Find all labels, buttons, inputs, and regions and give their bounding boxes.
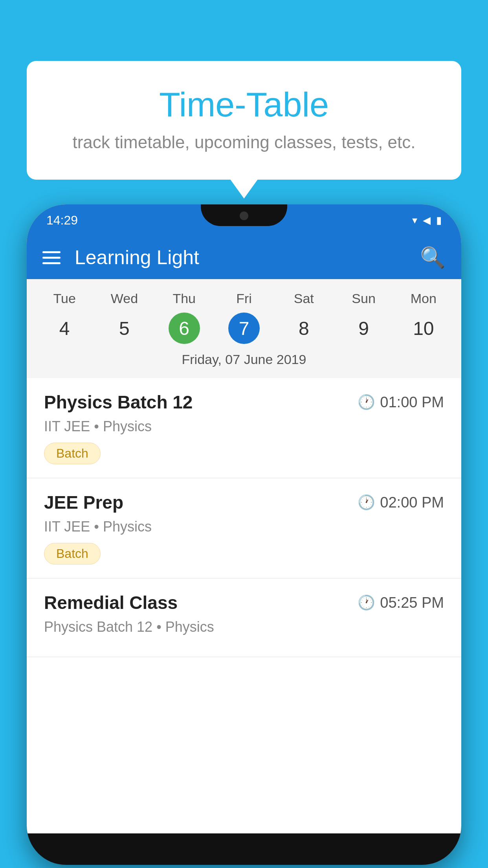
front-camera (240, 211, 248, 220)
item-title: JEE Prep (44, 492, 123, 513)
day-number: 6 (169, 313, 200, 344)
item-title: Remedial Class (44, 592, 178, 613)
item-header: JEE Prep🕐02:00 PM (44, 492, 444, 513)
time-text: 02:00 PM (380, 494, 444, 511)
app-bar: Learning Light 🔍 (27, 236, 461, 279)
batch-tag: Batch (44, 543, 101, 565)
day-cell-sat[interactable]: Sat8 (274, 291, 334, 344)
item-header: Remedial Class🕐05:25 PM (44, 592, 444, 613)
clock-icon: 🕐 (358, 494, 375, 511)
schedule-item[interactable]: JEE Prep🕐02:00 PMIIT JEE • PhysicsBatch (27, 478, 461, 579)
day-cell-sun[interactable]: Sun9 (334, 291, 393, 344)
search-icon[interactable]: 🔍 (420, 246, 446, 270)
item-subtitle: Physics Batch 12 • Physics (44, 619, 444, 635)
schedule-item[interactable]: Physics Batch 12🕐01:00 PMIIT JEE • Physi… (27, 378, 461, 478)
hamburger-menu-icon[interactable] (42, 251, 61, 264)
schedule-content: Physics Batch 12🕐01:00 PMIIT JEE • Physi… (27, 378, 461, 657)
day-number: 7 (228, 313, 260, 344)
item-subtitle: IIT JEE • Physics (44, 519, 444, 535)
day-cell-tue[interactable]: Tue4 (35, 291, 94, 344)
status-icons: ▾ ◀ ▮ (412, 214, 442, 226)
tooltip-subtitle: track timetable, upcoming classes, tests… (54, 132, 434, 152)
day-name: Wed (111, 291, 138, 306)
phone-screen: 14:29 ▾ ◀ ▮ Learning Light 🔍 Tue4Wed5Thu… (27, 204, 461, 833)
battery-icon: ▮ (436, 214, 442, 226)
status-bar: 14:29 ▾ ◀ ▮ (27, 204, 461, 236)
phone-frame: 14:29 ▾ ◀ ▮ Learning Light 🔍 Tue4Wed5Thu… (27, 204, 461, 865)
signal-icon: ◀ (423, 214, 431, 226)
time-text: 05:25 PM (380, 594, 444, 611)
item-subtitle: IIT JEE • Physics (44, 418, 444, 435)
day-number: 10 (408, 313, 439, 344)
day-name: Sun (352, 291, 376, 306)
day-cell-wed[interactable]: Wed5 (94, 291, 154, 344)
day-number: 9 (348, 313, 380, 344)
batch-tag: Batch (44, 443, 101, 464)
day-number: 8 (288, 313, 319, 344)
clock-icon: 🕐 (358, 394, 375, 410)
day-name: Thu (172, 291, 196, 306)
day-cell-fri[interactable]: Fri7 (214, 291, 274, 344)
item-time: 🕐05:25 PM (358, 594, 444, 611)
time-text: 01:00 PM (380, 394, 444, 411)
day-cell-thu[interactable]: Thu6 (154, 291, 214, 344)
schedule-item[interactable]: Remedial Class🕐05:25 PMPhysics Batch 12 … (27, 579, 461, 657)
status-time: 14:29 (46, 213, 78, 228)
day-name: Mon (411, 291, 437, 306)
day-number: 4 (49, 313, 80, 344)
day-name: Fri (236, 291, 252, 306)
day-number: 5 (108, 313, 140, 344)
clock-icon: 🕐 (358, 594, 375, 611)
app-title: Learning Light (75, 246, 420, 269)
selected-date-label: Friday, 07 June 2019 (27, 348, 461, 374)
day-name: Tue (53, 291, 75, 306)
item-header: Physics Batch 12🕐01:00 PM (44, 392, 444, 413)
tooltip-card: Time-Table track timetable, upcoming cla… (27, 61, 461, 180)
item-title: Physics Batch 12 (44, 392, 193, 413)
item-time: 🕐02:00 PM (358, 494, 444, 511)
wifi-icon: ▾ (412, 214, 417, 226)
item-time: 🕐01:00 PM (358, 394, 444, 411)
days-row: Tue4Wed5Thu6Fri7Sat8Sun9Mon10 (27, 287, 461, 348)
day-name: Sat (294, 291, 314, 306)
tooltip-title: Time-Table (54, 85, 434, 125)
day-cell-mon[interactable]: Mon10 (394, 291, 453, 344)
calendar-strip: Tue4Wed5Thu6Fri7Sat8Sun9Mon10 Friday, 07… (27, 279, 461, 378)
